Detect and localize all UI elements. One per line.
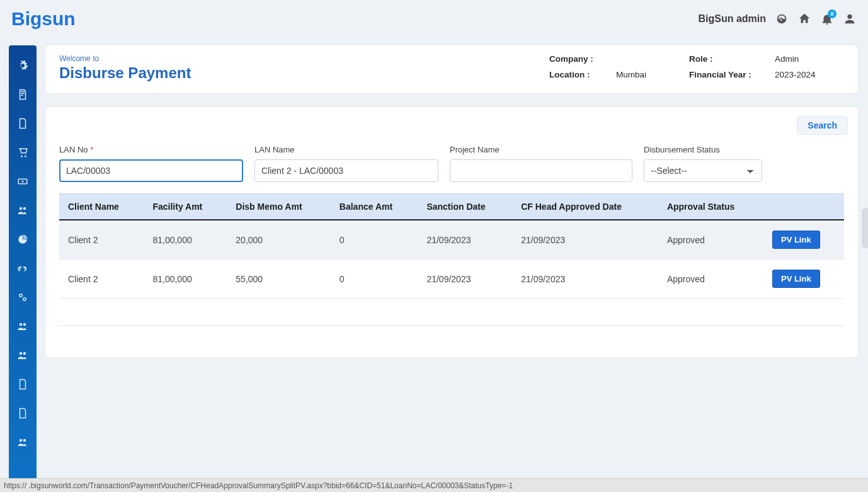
divider	[59, 325, 844, 326]
cell-memo: 55,000	[227, 260, 331, 299]
sidebar-doc4-icon[interactable]	[15, 406, 30, 421]
sidebar-chart-icon[interactable]	[15, 232, 30, 247]
status-bar-text: https:// .bigsunworld.com/Transaction/Pa…	[4, 481, 513, 490]
page-title: Disburse Payment	[59, 64, 191, 82]
cell-cfhead: 21/09/2023	[512, 260, 658, 299]
table-row: Client 2 81,00,000 55,000 0 21/09/2023 2…	[59, 260, 844, 299]
svg-point-2	[20, 294, 23, 297]
lan-name-label: LAN Name	[254, 145, 438, 154]
company-label: Company :	[549, 54, 612, 64]
search-button[interactable]: Search	[797, 116, 848, 135]
dashboard-icon[interactable]	[775, 12, 789, 26]
th-balance[interactable]: Balance Amt	[331, 194, 418, 220]
sidebar-link-icon[interactable]	[15, 261, 30, 276]
username-label: BigSun admin	[698, 13, 766, 25]
table-row: Client 2 81,00,000 20,000 0 21/09/2023 2…	[59, 220, 844, 260]
sidebar-cart-icon[interactable]	[15, 145, 30, 160]
lan-name-input[interactable]	[254, 159, 438, 182]
brand-logo[interactable]: Bigsun	[11, 8, 76, 30]
sidebar-doc2-icon[interactable]	[15, 116, 30, 131]
cell-client: Client 2	[59, 260, 144, 299]
pv-link-button[interactable]: PV Link	[772, 231, 820, 249]
cell-balance: 0	[331, 260, 418, 299]
lan-no-label: LAN No	[59, 145, 243, 154]
notification-badge: 0	[828, 9, 837, 18]
cell-sanction: 21/09/2023	[418, 220, 512, 260]
scroll-indicator[interactable]	[862, 208, 868, 248]
location-label: Location :	[549, 70, 612, 79]
th-client[interactable]: Client Name	[59, 194, 144, 220]
cell-balance: 0	[331, 220, 418, 260]
cell-status: Approved	[658, 260, 763, 299]
content-card: Search LAN No LAN Name Project Name Disb…	[45, 107, 858, 357]
disb-status-label: Disbursement Status	[644, 145, 762, 154]
cell-facility: 81,00,000	[144, 260, 227, 299]
user-icon[interactable]	[843, 12, 857, 26]
page-header: Welcome to Disburse Payment Company : Ro…	[45, 45, 858, 93]
role-label: Role :	[689, 54, 771, 64]
cell-sanction: 21/09/2023	[418, 260, 512, 299]
sidebar-doc3-icon[interactable]	[15, 377, 30, 392]
project-name-label: Project Name	[450, 145, 632, 154]
sidebar-users3-icon[interactable]	[15, 348, 30, 363]
pv-link-button[interactable]: PV Link	[772, 270, 820, 288]
cell-status: Approved	[658, 220, 763, 260]
th-sanction[interactable]: Sanction Date	[418, 194, 512, 220]
fy-label: Financial Year :	[689, 70, 771, 79]
role-value: Admin	[775, 54, 844, 64]
svg-point-3	[23, 298, 26, 301]
th-status[interactable]: Approval Status	[658, 194, 763, 220]
filter-row: LAN No LAN Name Project Name Disbursemen…	[59, 145, 844, 182]
sidebar-users1-icon[interactable]	[15, 203, 30, 218]
header-meta: Company : Role : Admin Location : Mumbai…	[549, 54, 844, 79]
sidebar-settings-icon[interactable]	[15, 58, 30, 73]
lan-no-input[interactable]	[59, 159, 243, 182]
th-memo[interactable]: Disb Memo Amt	[227, 194, 331, 220]
browser-status-bar: https:// .bigsunworld.com/Transaction/Pa…	[0, 478, 868, 492]
cell-cfhead: 21/09/2023	[512, 220, 658, 260]
company-value	[616, 54, 685, 64]
cell-client: Client 2	[59, 220, 144, 260]
location-value: Mumbai	[616, 70, 685, 79]
sidebar-users4-icon[interactable]	[15, 435, 30, 450]
welcome-text: Welcome to	[59, 54, 191, 63]
sidebar-gears-icon[interactable]	[15, 290, 30, 305]
disb-status-select[interactable]: --Select--	[644, 159, 762, 182]
th-cfhead[interactable]: CF Head Approved Date	[512, 194, 658, 220]
sidebar-users2-icon[interactable]	[15, 319, 30, 334]
sidebar-doc1-icon[interactable]	[15, 87, 30, 102]
home-icon[interactable]	[797, 12, 811, 26]
cell-facility: 81,00,000	[144, 220, 227, 260]
sidebar	[9, 45, 37, 492]
th-action	[763, 194, 844, 220]
table-header-row: Client Name Facility Amt Disb Memo Amt B…	[59, 194, 844, 220]
topbar-right: BigSun admin 0	[698, 12, 857, 26]
notifications-icon[interactable]: 0	[820, 12, 834, 26]
results-table: Client Name Facility Amt Disb Memo Amt B…	[59, 193, 844, 299]
project-name-input[interactable]	[450, 159, 632, 182]
sidebar-cash-icon[interactable]	[15, 174, 30, 189]
cell-memo: 20,000	[227, 220, 331, 260]
svg-point-1	[22, 181, 24, 183]
th-facility[interactable]: Facility Amt	[144, 194, 227, 220]
topbar: Bigsun BigSun admin 0	[0, 0, 868, 38]
fy-value: 2023-2024	[775, 70, 844, 79]
